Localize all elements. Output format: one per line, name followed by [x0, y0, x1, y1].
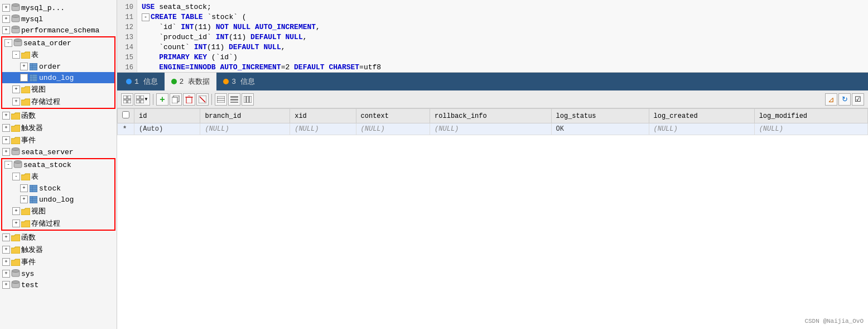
- cell-xid[interactable]: (NULL): [290, 123, 356, 135]
- db-label-mysql-p: mysql_p...: [21, 4, 65, 12]
- expand-stock-tables[interactable]: -: [12, 173, 20, 180]
- tree-folder-order-tables[interactable]: - 表: [2, 49, 114, 61]
- folder-label-stock-views: 视图: [31, 206, 46, 216]
- tab-info3[interactable]: 3 信息: [216, 73, 262, 90]
- cell-log-status[interactable]: OK: [551, 123, 649, 135]
- db-label-seata-order: seata_order: [23, 39, 71, 47]
- add-row-btn[interactable]: +: [156, 93, 168, 106]
- tree-folder-events1[interactable]: + 事件: [0, 134, 117, 146]
- expand-sys[interactable]: +: [2, 270, 10, 278]
- tree-db-test[interactable]: + test: [0, 279, 117, 290]
- tree-table-stock[interactable]: + stock: [2, 183, 114, 194]
- view-options-btn[interactable]: ▼: [134, 93, 150, 106]
- form-view-btn[interactable]: [228, 93, 240, 106]
- expand-stock-procs[interactable]: +: [12, 220, 20, 227]
- tree-db-seata-stock[interactable]: - seata_stock: [2, 159, 114, 170]
- expand-stock[interactable]: +: [20, 184, 28, 192]
- tree-table-order[interactable]: + order: [2, 61, 114, 72]
- tree-table-stock-undolog[interactable]: + undo_log: [2, 194, 114, 205]
- folder-icon-order-procs: [21, 97, 30, 106]
- tree-folder-events2[interactable]: + 事件: [0, 256, 117, 268]
- tree-table-order-undolog[interactable]: + undo_log: [2, 72, 114, 83]
- cell-rollback-info[interactable]: (NULL): [430, 123, 551, 135]
- cell-context[interactable]: (NULL): [356, 123, 430, 135]
- expand-order-tables[interactable]: -: [12, 51, 20, 59]
- expand-order-undolog[interactable]: +: [20, 74, 28, 82]
- db-label-test: test: [21, 281, 38, 289]
- folder-icon-order-views: [21, 85, 30, 94]
- select-all-checkbox[interactable]: [122, 111, 129, 118]
- col-header-log-created: log_created: [649, 109, 754, 123]
- db-label-sys: sys: [21, 270, 34, 278]
- folder-label-stock-tables: 表: [31, 171, 38, 182]
- tree-db-mysql[interactable]: + mysql: [0, 13, 117, 25]
- grid-view-btn[interactable]: [121, 93, 133, 106]
- discard-btn[interactable]: [196, 93, 209, 106]
- expand-stock-undolog[interactable]: +: [20, 196, 28, 203]
- cell-log-modified[interactable]: (NULL): [754, 123, 867, 135]
- tab-tabledata[interactable]: 2 表数据: [165, 73, 217, 90]
- tab-info1[interactable]: 1 信息: [119, 73, 165, 90]
- folder-label-functions2: 函数: [21, 232, 36, 242]
- cell-log-created[interactable]: (NULL): [649, 123, 754, 135]
- db-label-seata-server: seata_server: [21, 148, 74, 156]
- tree-folder-triggers2[interactable]: + 触发器: [0, 244, 117, 256]
- tree-folder-stock-tables[interactable]: - 表: [2, 170, 114, 183]
- expand-mysql[interactable]: +: [2, 15, 10, 23]
- svg-point-3: [12, 15, 20, 18]
- expand-order-views[interactable]: +: [12, 85, 20, 93]
- table-icon-stock-undolog: [29, 195, 38, 204]
- col-header-xid: xid: [290, 109, 356, 123]
- expand-seata-server[interactable]: +: [2, 148, 10, 156]
- expand-seata-order[interactable]: -: [4, 39, 12, 47]
- cell-branch-id[interactable]: (NULL): [200, 123, 290, 135]
- cell-id[interactable]: (Auto): [134, 123, 200, 135]
- expand-functions1[interactable]: +: [2, 112, 10, 120]
- expand-events2[interactable]: +: [2, 258, 10, 266]
- tree-folder-order-procs[interactable]: + 存储过程: [2, 96, 114, 108]
- svg-rect-54: [247, 96, 249, 103]
- expand-triggers2[interactable]: +: [2, 246, 10, 254]
- tree-db-mysql-p[interactable]: + mysql_p...: [0, 2, 117, 13]
- col-header-checkbox[interactable]: [118, 109, 134, 123]
- tree-db-perf[interactable]: + performance_schema: [0, 25, 117, 36]
- watermark: CSDN @Naijia_OvO: [804, 318, 864, 325]
- expand-stock-views[interactable]: +: [12, 207, 20, 215]
- expand-events1[interactable]: +: [2, 136, 10, 144]
- collapse-btn-11[interactable]: -: [142, 13, 150, 21]
- expand-order[interactable]: +: [20, 63, 28, 70]
- folder-label-events2: 事件: [21, 257, 36, 267]
- expand-triggers1[interactable]: +: [2, 124, 10, 132]
- copy-row-btn[interactable]: [170, 93, 182, 106]
- tree-folder-stock-views[interactable]: + 视图: [2, 205, 114, 217]
- table-label-order-undolog: undo_log: [39, 74, 74, 82]
- table-view-btn[interactable]: [215, 93, 227, 106]
- tree-folder-functions2[interactable]: + 函数: [0, 231, 117, 244]
- tree-db-sys[interactable]: + sys: [0, 268, 117, 279]
- expand-functions2[interactable]: +: [2, 233, 10, 241]
- tab-dot-info3: [223, 79, 229, 84]
- folder-label-stock-procs: 存储过程: [31, 218, 60, 228]
- folder-icon-triggers1: [11, 123, 20, 132]
- delete-row-btn[interactable]: [183, 93, 195, 106]
- expand-perf[interactable]: +: [2, 26, 10, 34]
- filter-btn[interactable]: ⊿: [825, 93, 837, 106]
- tab-label-tabledata: 2 表数据: [180, 77, 210, 87]
- checkbox-options-btn[interactable]: ☑: [852, 93, 864, 106]
- refresh-btn[interactable]: ↻: [838, 93, 851, 106]
- expand-seata-stock[interactable]: -: [4, 161, 12, 169]
- tree-folder-triggers1[interactable]: + 触发器: [0, 122, 117, 134]
- expand-order-procs[interactable]: +: [12, 98, 20, 106]
- tree-folder-functions1[interactable]: + 函数: [0, 109, 117, 122]
- tree-folder-stock-procs[interactable]: + 存储过程: [2, 217, 114, 230]
- folder-label-events1: 事件: [21, 135, 36, 145]
- table-label-order: order: [39, 63, 61, 71]
- table-row[interactable]: * (Auto) (NULL) (NULL) (NULL) (NULL) OK …: [118, 123, 868, 135]
- expand-test[interactable]: +: [2, 281, 10, 289]
- tree-folder-order-views[interactable]: + 视图: [2, 83, 114, 96]
- tree-db-seata-server[interactable]: + seata_server: [0, 146, 117, 158]
- expand-mysql-p[interactable]: +: [2, 4, 10, 12]
- column-view-btn[interactable]: [242, 93, 254, 106]
- tree-db-seata-order[interactable]: - seata_order: [2, 37, 114, 49]
- database-tree[interactable]: + mysql_p... + mysql + performance_schem…: [0, 0, 117, 329]
